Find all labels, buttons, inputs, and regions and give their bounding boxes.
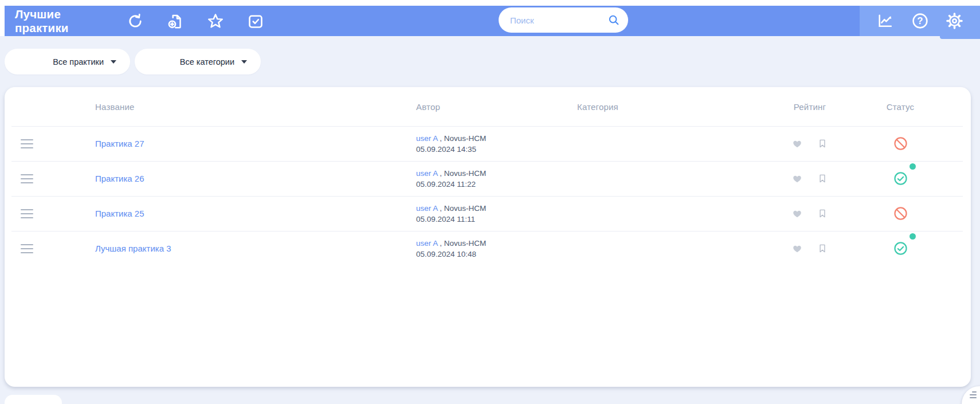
bookmark-icon[interactable] xyxy=(817,138,828,149)
author-user-link[interactable]: user A xyxy=(416,239,438,248)
like-heart-icon[interactable] xyxy=(792,139,802,149)
practices-table-card: Название Автор Категория Рейтинг Статус … xyxy=(5,87,971,387)
column-header-status: Статус xyxy=(840,102,961,112)
bookmark-icon[interactable] xyxy=(817,173,828,184)
toolbar xyxy=(126,12,265,30)
author-date: 05.09.2024 11:22 xyxy=(416,180,573,189)
top-bar-right-tab xyxy=(940,36,980,39)
bottom-pill-button[interactable] xyxy=(5,395,62,404)
status-badge xyxy=(893,136,908,151)
table-row: Практика 26 user A , Novus-HCM 05.09.202… xyxy=(5,161,971,196)
author-date: 05.09.2024 14:35 xyxy=(416,145,573,154)
search-icon[interactable] xyxy=(606,13,621,28)
search-bar xyxy=(499,7,628,33)
page-title: Лучшие практики xyxy=(15,7,101,35)
chevron-down-icon xyxy=(241,60,247,64)
categories-filter-label: Все категории xyxy=(180,57,234,66)
column-header-name: Название xyxy=(79,102,411,112)
author-org: , Novus-HCM xyxy=(440,239,486,248)
refresh-icon[interactable] xyxy=(126,12,144,30)
author-user-link[interactable]: user A xyxy=(416,169,438,178)
table-row: Практика 25 user A , Novus-HCM 05.09.202… xyxy=(5,196,971,231)
add-practice-icon[interactable] xyxy=(166,12,185,30)
practices-filter-dropdown[interactable]: Все практики xyxy=(5,49,130,74)
status-badge xyxy=(893,171,908,186)
status-badge xyxy=(893,206,908,221)
settings-gear-icon[interactable] xyxy=(946,12,964,30)
drag-handle-icon[interactable] xyxy=(21,139,33,148)
best-practices-app: Лучшие практики Все практики Все категор… xyxy=(0,0,980,404)
bookmark-icon[interactable] xyxy=(817,208,828,219)
column-header-category: Категория xyxy=(573,102,779,112)
practice-link[interactable]: Лучшая практика 3 xyxy=(95,244,171,253)
status-new-dot xyxy=(910,163,916,170)
column-header-author: Автор xyxy=(411,102,573,112)
top-bar: Лучшие практики xyxy=(5,6,860,36)
analytics-chart-icon[interactable] xyxy=(876,12,895,30)
search-input[interactable] xyxy=(509,15,603,26)
author-date: 05.09.2024 11:11 xyxy=(416,215,573,223)
categories-filter-dropdown[interactable]: Все категории xyxy=(135,49,261,74)
help-icon[interactable] xyxy=(911,12,929,30)
author-org: , Novus-HCM xyxy=(440,169,486,178)
column-header-rating: Рейтинг xyxy=(779,102,840,112)
moderation-folder-icon[interactable] xyxy=(246,12,265,30)
like-heart-icon[interactable] xyxy=(792,244,802,254)
status-badge xyxy=(893,241,908,256)
author-user-link[interactable]: user A xyxy=(416,134,438,143)
favorites-star-icon[interactable] xyxy=(206,12,225,30)
prohibition-circle-icon xyxy=(893,206,908,221)
practice-link[interactable]: Практика 26 xyxy=(95,174,144,183)
like-heart-icon[interactable] xyxy=(792,209,802,219)
author-date: 05.09.2024 10:48 xyxy=(416,250,573,258)
table-row: Лучшая практика 3 user A , Novus-HCM 05.… xyxy=(5,231,971,266)
check-circle-icon xyxy=(893,171,908,186)
chevron-down-icon xyxy=(111,60,116,64)
like-heart-icon[interactable] xyxy=(792,174,802,184)
drag-handle-icon[interactable] xyxy=(21,174,33,183)
table-row: Практика 27 user A , Novus-HCM 05.09.202… xyxy=(5,126,971,161)
practice-link[interactable]: Практика 27 xyxy=(95,139,144,148)
author-user-link[interactable]: user A xyxy=(416,204,438,213)
table-header-row: Название Автор Категория Рейтинг Статус xyxy=(5,87,971,126)
bookmark-icon[interactable] xyxy=(817,243,828,254)
top-bar-right-panel xyxy=(860,6,980,36)
practice-link[interactable]: Практика 25 xyxy=(95,209,144,218)
list-icon xyxy=(970,391,977,398)
check-circle-icon xyxy=(893,241,908,256)
author-org: , Novus-HCM xyxy=(440,134,486,143)
status-new-dot xyxy=(910,233,916,240)
drag-handle-icon[interactable] xyxy=(21,244,33,253)
practices-filter-label: Все практики xyxy=(53,57,104,66)
drag-handle-icon[interactable] xyxy=(21,209,33,218)
prohibition-circle-icon xyxy=(893,136,908,151)
author-org: , Novus-HCM xyxy=(440,204,486,213)
